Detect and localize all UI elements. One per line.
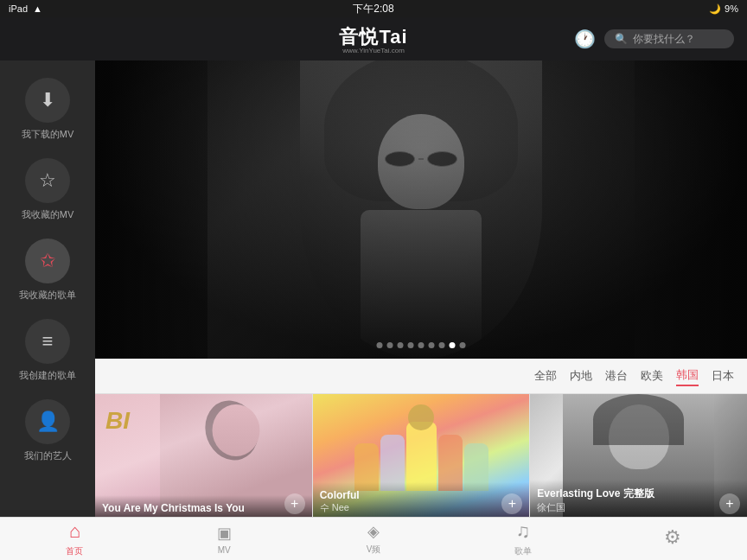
battery-label: 9% [725,3,738,14]
mv-card-1-overlay: You Are My Christmas Is You [95,495,312,517]
status-right: 🌙 9% [709,3,738,15]
hero-dot-6[interactable] [429,342,435,348]
search-input[interactable] [633,33,724,45]
hero-background [95,60,747,359]
hero-dot-2[interactable] [387,342,393,348]
hero-dot-3[interactable] [398,342,404,348]
cat-tab-japanese[interactable]: 日本 [712,366,734,385]
hero-dot-8[interactable] [450,342,456,348]
mv-card-3[interactable]: Everlasting Love 完整版 徐仁国 + [530,394,747,517]
mv-card-3-add-button[interactable]: + [719,493,740,514]
tab-vshow[interactable]: ◈ V频 [299,522,449,556]
device-label: iPad [9,3,28,14]
mv-card-3-overlay: Everlasting Love 完整版 徐仁国 [530,480,747,517]
favorite-list-icon-wrap: ✩ [25,239,70,283]
mv-card-2[interactable]: Colorful 수 Nee + [313,394,531,517]
star-list-icon: ✩ [40,250,55,272]
hero-dot-7[interactable] [439,342,445,348]
sidebar-item-favorite-list[interactable]: ✩ 我收藏的歌单 [19,239,76,302]
status-time: 下午2:08 [353,2,393,16]
app-container: 音悦Tai www.YinYueTai.com 🕐 🔍 ⬇ 我下载的MV ☆ 我… [0,17,747,560]
favorite-mv-icon-wrap: ☆ [25,158,70,203]
hero-dot-5[interactable] [418,342,425,348]
mv-grid: BI You Are My Christmas Is You + [95,394,747,517]
hero-dot-1[interactable] [377,342,383,348]
my-list-icon-wrap: ≡ [25,319,70,364]
logo-subtitle: www.YinYueTai.com [339,47,407,54]
download-icon: ⬇ [40,89,55,111]
mv-icon: ▣ [217,524,232,543]
sidebar-label-artists: 我们的艺人 [24,449,72,462]
mv-card-3-title: Everlasting Love 完整版 [537,487,740,501]
header-right: 🕐 🔍 [574,29,734,49]
cat-tab-western[interactable]: 欧美 [641,366,663,385]
tab-vshow-label: V频 [367,544,381,556]
sidebar-label-favorite-list: 我收藏的歌单 [19,289,76,302]
main-content: 全部 内地 港台 欧美 韩国 日本 BI [95,60,747,517]
status-bar: iPad ▲ 下午2:08 🌙 9% [0,0,747,17]
tab-home[interactable]: ⌂ 首页 [0,520,150,557]
hero-banner[interactable] [95,60,747,359]
tab-home-label: 首页 [66,545,83,557]
home-icon: ⌂ [69,520,80,543]
mv-card-1-title: You Are My Christmas Is You [102,502,305,514]
tab-mv-label: MV [218,545,231,555]
wifi-icon: ▲ [33,3,42,14]
artists-icon-wrap: 👤 [25,399,70,444]
mv-card-1-add-button[interactable]: + [284,493,305,514]
tab-playlist[interactable]: ♫ 歌单 [448,520,597,557]
settings-icon: ⚙ [664,526,681,549]
cat-tab-hktw[interactable]: 港台 [605,366,628,385]
moon-icon: 🌙 [709,3,721,15]
person-icon: 👤 [36,410,60,433]
category-tabs: 全部 内地 港台 欧美 韩国 日本 [95,359,747,394]
sidebar-item-artists[interactable]: 👤 我们的艺人 [24,399,72,462]
mv-card-bi-badge: BI [105,407,130,435]
playlist-icon: ♫ [516,520,531,543]
card2-group [313,408,530,491]
mv-card-2-title: Colorful [320,489,523,501]
cat-tab-korean[interactable]: 韩国 [676,366,699,386]
header-logo: 音悦Tai www.YinYueTai.com [339,24,407,54]
download-icon-wrap: ⬇ [25,78,70,123]
tab-settings[interactable]: ⚙ [597,526,747,551]
search-box[interactable]: 🔍 [604,29,734,48]
cat-tab-all[interactable]: 全部 [534,366,557,385]
list-icon: ≡ [42,330,54,353]
tab-bar: ⌂ 首页 ▣ MV ◈ V频 ♫ 歌单 ⚙ [0,517,747,560]
tab-mv[interactable]: ▣ MV [150,524,299,555]
sidebar-label-download: 我下载的MV [22,128,74,141]
sidebar-label-favorite-mv: 我收藏的MV [22,208,74,221]
logo-text: 音悦Tai [339,26,407,48]
vshow-icon: ◈ [367,522,380,541]
tab-playlist-label: 歌单 [514,545,532,557]
star-mv-icon: ☆ [39,169,56,192]
sidebar-item-my-list[interactable]: ≡ 我创建的歌单 [19,319,76,382]
mv-card-3-artist: 徐仁国 [537,501,740,514]
mv-card-1[interactable]: BI You Are My Christmas Is You + [95,394,313,517]
search-icon: 🔍 [615,33,628,45]
clock-icon[interactable]: 🕐 [574,29,596,49]
mv-card-2-artist: 수 Nee [320,501,523,514]
cat-tab-mainland[interactable]: 内地 [570,366,592,385]
sidebar: ⬇ 我下载的MV ☆ 我收藏的MV ✩ 我收藏的歌单 ≡ 我创建的歌单 👤 [0,60,95,517]
status-left: iPad ▲ [9,3,42,14]
hero-dot-9[interactable] [460,342,466,348]
hero-dots [377,342,466,348]
hero-dot-4[interactable] [408,342,414,348]
bottom-section: 全部 内地 港台 欧美 韩国 日本 BI [95,359,747,517]
sidebar-label-my-list: 我创建的歌单 [19,369,76,382]
sidebar-item-download[interactable]: ⬇ 我下载的MV [22,78,74,141]
mv-card-2-overlay: Colorful 수 Nee [313,482,530,517]
hero-overlay [95,60,747,359]
card1-head [212,404,259,456]
sidebar-item-favorite-mv[interactable]: ☆ 我收藏的MV [22,158,74,221]
header: 音悦Tai www.YinYueTai.com 🕐 🔍 [0,17,747,60]
